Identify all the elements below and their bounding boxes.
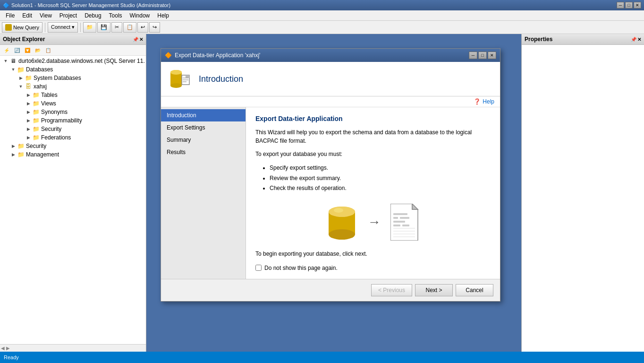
- menu-tools[interactable]: Tools: [105, 11, 126, 20]
- tree-security-node[interactable]: ▶ 📁 Security: [0, 142, 146, 150]
- svg-rect-18: [400, 217, 409, 219]
- dialog-title: Export Data-tier Application 'xahxj': [175, 52, 260, 59]
- title-bar: 🔷 Solution1 - Microsoft SQL Server Manag…: [0, 0, 644, 10]
- oe-close-icon[interactable]: ✕: [139, 37, 143, 42]
- menu-project[interactable]: Project: [56, 11, 81, 20]
- toolbar-btn-5[interactable]: ↩: [137, 22, 148, 33]
- tree-tables-node[interactable]: ▶ 📁 Tables: [0, 91, 146, 99]
- dialog-topbar: ❓ Help: [161, 96, 500, 107]
- svg-rect-17: [393, 217, 398, 219]
- svg-point-13: [334, 208, 343, 213]
- next-button[interactable]: Next >: [415, 284, 453, 296]
- dialog-header-title: Introduction: [199, 74, 243, 84]
- tree-expand-xahxj[interactable]: ▼: [17, 83, 25, 90]
- tree-expand-fed[interactable]: ▶: [25, 134, 32, 141]
- tree-security-label: Security: [26, 143, 46, 149]
- tree-programmability-node[interactable]: ▶ 📁 Programmability: [0, 116, 146, 125]
- folder-icon-fed: 📁: [32, 134, 40, 141]
- oe-hscroll[interactable]: ◀ ▶: [0, 344, 146, 352]
- oe-filter-button[interactable]: 🔽: [23, 46, 32, 54]
- toolbar-btn-4[interactable]: 📋: [123, 22, 136, 33]
- db-icon: 🗄: [25, 83, 32, 90]
- nav-results[interactable]: Results: [161, 146, 246, 158]
- dialog-minimize-button[interactable]: ─: [469, 52, 477, 59]
- connect-label: Connect ▾: [51, 24, 75, 30]
- tree-server-node[interactable]: ▼ 🖥 durto6xle2.database.windows.net (SQL…: [0, 57, 146, 65]
- menu-help[interactable]: Help: [153, 11, 173, 20]
- toolbar-separator-2: [80, 23, 81, 32]
- close-button[interactable]: ✕: [634, 2, 641, 9]
- do-not-show-label: Do not show this page again.: [264, 265, 338, 271]
- menu-view[interactable]: View: [36, 11, 56, 20]
- tree-expand-databases[interactable]: ▼: [9, 66, 17, 73]
- tree-expand-synonyms[interactable]: ▶: [25, 108, 32, 116]
- tree-xahxj-node[interactable]: ▼ 🗄 xahxj: [0, 82, 146, 91]
- menu-debug[interactable]: Debug: [81, 11, 105, 20]
- folder-icon-sysdb: 📁: [25, 74, 32, 82]
- tree-databases-node[interactable]: ▼ 📁 Databases: [0, 65, 146, 74]
- nav-export-settings[interactable]: Export Settings: [161, 121, 246, 134]
- toolbar-btn-2[interactable]: 💾: [97, 22, 110, 33]
- oe-properties-button[interactable]: 📋: [43, 46, 53, 54]
- menu-window[interactable]: Window: [126, 11, 154, 20]
- tree-system-db-node[interactable]: ▶ 📁 System Databases: [0, 74, 146, 82]
- tree-expand-views[interactable]: ▶: [25, 100, 32, 107]
- tree-expand-security-sub[interactable]: ▶: [25, 125, 32, 133]
- tree-views-node[interactable]: ▶ 📁 Views: [0, 99, 146, 108]
- bullet-item-2: Review the export summary.: [270, 173, 491, 184]
- oe-tree: ▼ 🖥 durto6xle2.database.windows.net (SQL…: [0, 56, 146, 344]
- svg-point-2: [170, 70, 182, 75]
- new-query-button[interactable]: New Query: [2, 22, 42, 33]
- cancel-button[interactable]: Cancel: [456, 284, 493, 296]
- menu-edit[interactable]: Edit: [18, 11, 36, 20]
- tree-expand-server[interactable]: ▼: [2, 57, 9, 65]
- folder-icon-mgmt: 📁: [17, 151, 25, 158]
- app-icon: 🔷: [3, 2, 9, 9]
- dialog-close-button[interactable]: ✕: [488, 52, 496, 59]
- tree-expand-security[interactable]: ▶: [9, 142, 17, 150]
- toolbar-btn-3[interactable]: ✂: [111, 22, 122, 33]
- dialog-restore-button[interactable]: □: [478, 52, 487, 59]
- do-not-show-checkbox[interactable]: [255, 265, 262, 271]
- tree-expand-prog[interactable]: ▶: [25, 117, 32, 124]
- tree-expand-tables[interactable]: ▶: [25, 91, 32, 99]
- oe-connect-button[interactable]: ⚡: [2, 46, 11, 54]
- illustration: →: [255, 203, 491, 241]
- toolbar-btn-6[interactable]: ↪: [149, 22, 160, 33]
- tree-federations-node[interactable]: ▶ 📁 Federations: [0, 133, 146, 142]
- menu-file[interactable]: File: [2, 11, 18, 20]
- status-bar: Ready: [0, 352, 644, 363]
- tree-synonyms-node[interactable]: ▶ 📁 Synonyms: [0, 108, 146, 116]
- server-label: durto6xle2.database.windows.net (SQL Ser…: [18, 58, 145, 64]
- previous-button[interactable]: < Previous: [371, 284, 412, 296]
- nav-introduction[interactable]: Introduction: [161, 109, 246, 121]
- tree-expand-sysdb[interactable]: ▶: [17, 74, 25, 82]
- oe-collapse-button[interactable]: 📂: [33, 46, 42, 54]
- object-explorer: Object Explorer 📌 ✕ ⚡ 🔄 🔽 📂 📋 ▼ 🖥 durto6…: [0, 34, 146, 352]
- minimize-button[interactable]: ─: [617, 2, 624, 9]
- connect-button[interactable]: Connect ▾: [48, 22, 78, 33]
- folder-icon-prog: 📁: [32, 117, 40, 124]
- svg-marker-5: [186, 75, 189, 78]
- nav-summary[interactable]: Summary: [161, 134, 246, 146]
- props-close-icon[interactable]: ✕: [637, 37, 641, 42]
- svg-rect-21: [402, 225, 409, 226]
- svg-point-3: [170, 83, 182, 88]
- props-pin-icon[interactable]: 📌: [631, 37, 636, 42]
- toolbar-btn-1[interactable]: 📁: [83, 22, 96, 33]
- tree-expand-mgmt[interactable]: ▶: [9, 151, 17, 158]
- tree-security-sub-node[interactable]: ▶ 📁 Security: [0, 125, 146, 133]
- oe-refresh-button[interactable]: 🔄: [12, 46, 22, 54]
- dialog-body: Introduction Export Settings Summary Res…: [161, 107, 500, 279]
- restore-button[interactable]: □: [625, 2, 633, 9]
- arrow-icon: →: [368, 215, 381, 230]
- dialog-header-icon: [169, 68, 191, 90]
- doc-illustration-icon: [390, 204, 421, 241]
- folder-icon: 📁: [17, 66, 25, 73]
- tree-mgmt-label: Management: [26, 151, 59, 158]
- oe-pin-icon[interactable]: 📌: [133, 37, 138, 42]
- help-link[interactable]: ❓ Help: [474, 98, 494, 105]
- toolbar: New Query Connect ▾ 📁 💾 ✂ 📋 ↩ ↪: [0, 21, 644, 34]
- svg-point-11: [329, 229, 355, 240]
- tree-management-node[interactable]: ▶ 📁 Management: [0, 150, 146, 159]
